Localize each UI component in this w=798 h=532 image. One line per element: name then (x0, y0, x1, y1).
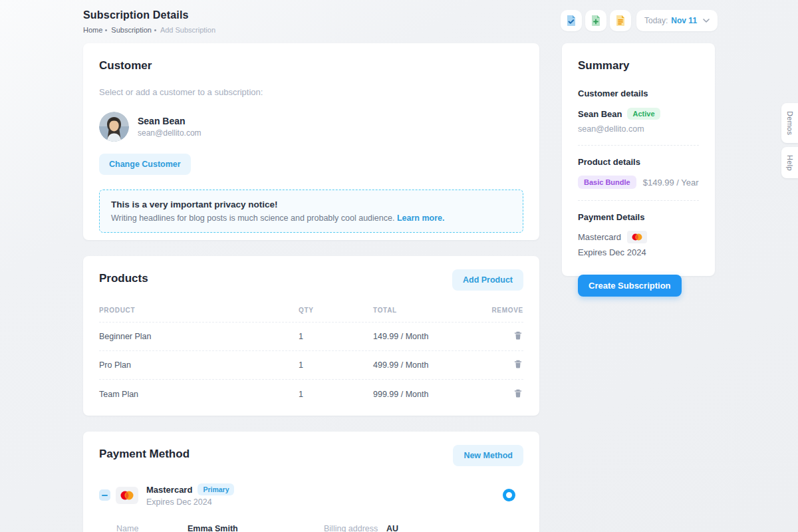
summary-payment-section: Payment Details Mastercard Expires Dec 2… (578, 212, 699, 257)
product-name: Team Plan (99, 390, 299, 399)
file-check-button[interactable] (561, 10, 582, 31)
products-table-header: PRODUCT QTY TOTAL REMOVE (99, 307, 523, 323)
breadcrumb-dot (154, 29, 156, 31)
detail-label: Billing address (324, 524, 386, 532)
summary-payment-brand: Mastercard (578, 232, 621, 242)
breadcrumb-dot (105, 29, 107, 31)
remove-product-button[interactable] (513, 388, 523, 401)
collapse-method-button[interactable] (99, 489, 110, 501)
file-lines-button[interactable] (610, 10, 631, 31)
breadcrumb-current: Add Subscription (160, 26, 215, 34)
create-subscription-button[interactable]: Create Subscription (578, 275, 682, 297)
header-actions: Today: Nov 11 (561, 10, 718, 31)
payment-method-row: Mastercard Primary Expires Dec 2024 (99, 483, 523, 507)
trash-icon (514, 389, 522, 398)
trash-icon (514, 360, 522, 368)
payment-expires: Expires Dec 2024 (146, 497, 234, 507)
mastercard-logo-icon (627, 231, 647, 243)
customer-identity: Sean Bean sean@dellito.com (138, 116, 201, 138)
detail-label: Name (116, 524, 188, 532)
payment-method-card: Payment Method New Method Mastercard Pri… (83, 432, 539, 532)
file-check-icon (566, 15, 577, 27)
file-plus-button[interactable] (585, 10, 606, 31)
payment-details-grid: Name Emma Smith Billing address AU Numbe… (99, 524, 523, 532)
summary-payment-expires: Expires Dec 2024 (578, 247, 699, 257)
col-product: PRODUCT (99, 307, 299, 314)
summary-card: Summary Customer details Sean Bean Activ… (562, 43, 715, 276)
date-selector[interactable]: Today: Nov 11 (636, 10, 718, 31)
product-qty: 1 (299, 360, 373, 370)
product-total: 499.99 / Month (373, 360, 483, 370)
bundle-badge: Basic Bundle (578, 176, 636, 189)
file-plus-icon (591, 15, 601, 27)
customer-card: Customer Select or add a customer to a s… (83, 43, 539, 240)
product-qty: 1 (299, 332, 373, 341)
products-card-head: Products Add Product (99, 272, 523, 291)
summary-customer-section: Customer details Sean Bean Active sean@d… (578, 88, 699, 134)
divider (578, 200, 699, 201)
table-row: Pro Plan 1 499.99 / Month (99, 351, 523, 380)
table-row: Beginner Plan 1 149.99 / Month (99, 323, 523, 351)
detail-value: Emma Smith (188, 524, 324, 532)
privacy-notice-text: Writing headlines for blog posts is much… (111, 213, 394, 223)
table-row: Team Plan 1 999.99 / Month (99, 380, 523, 408)
summary-customer-email: sean@dellito.com (578, 124, 699, 134)
product-total: 999.99 / Month (373, 390, 483, 399)
product-name: Beginner Plan (99, 332, 299, 341)
chevron-down-icon (703, 19, 710, 23)
payment-details-heading: Payment Details (578, 212, 699, 222)
remove-product-button[interactable] (513, 330, 523, 343)
summary-product-section: Product details Basic Bundle $149.99 / Y… (578, 157, 699, 189)
help-edge-tab[interactable]: Help (781, 147, 798, 178)
col-qty: QTY (299, 307, 373, 314)
demos-tab-label: Demos (786, 111, 794, 135)
payment-card-title: Payment Method (99, 448, 190, 461)
col-total: TOTAL (373, 307, 483, 314)
customer-card-subtitle: Select or add a customer to a subscripti… (99, 87, 523, 97)
today-value: Nov 11 (671, 16, 697, 25)
col-remove: REMOVE (483, 307, 523, 314)
demos-edge-tab[interactable]: Demos (781, 103, 798, 143)
summary-title: Summary (578, 59, 699, 72)
product-details-heading: Product details (578, 157, 699, 167)
page-header: Subscription Details Home Subscription A… (83, 9, 215, 34)
mastercard-logo-icon (116, 487, 138, 504)
products-card-title: Products (99, 272, 148, 285)
summary-product-price: $149.99 / Year (643, 178, 699, 188)
add-product-button[interactable]: Add Product (452, 269, 523, 291)
product-total: 149.99 / Month (373, 332, 483, 341)
breadcrumb-subscription[interactable]: Subscription (111, 26, 152, 34)
product-name: Pro Plan (99, 360, 299, 370)
customer-name: Sean Bean (138, 116, 201, 126)
privacy-notice-title: This is a very important privacy notice! (111, 200, 511, 209)
breadcrumb-home[interactable]: Home (83, 26, 102, 34)
subscription-page: Subscription Details Home Subscription A… (0, 0, 798, 532)
product-qty: 1 (299, 390, 373, 399)
divider (578, 145, 699, 146)
selected-customer: Sean Bean sean@dellito.com (99, 112, 523, 142)
active-status-badge: Active (627, 108, 660, 120)
trash-icon (514, 331, 522, 340)
primary-badge: Primary (198, 483, 234, 495)
summary-customer-name: Sean Bean (578, 109, 622, 119)
customer-email: sean@dellito.com (138, 128, 201, 138)
breadcrumb: Home Subscription Add Subscription (83, 26, 215, 34)
remove-product-button[interactable] (513, 358, 523, 372)
privacy-notice: This is a very important privacy notice!… (99, 190, 523, 233)
customer-avatar (99, 112, 129, 142)
products-card: Products Add Product PRODUCT QTY TOTAL R… (83, 256, 539, 416)
help-tab-label: Help (786, 155, 794, 171)
payment-method-radio[interactable] (503, 489, 515, 501)
file-lines-icon (615, 15, 626, 27)
products-table: PRODUCT QTY TOTAL REMOVE Beginner Plan 1… (99, 307, 523, 408)
change-customer-button[interactable]: Change Customer (99, 154, 191, 175)
privacy-notice-body: Writing headlines for blog posts is much… (111, 213, 511, 223)
customer-card-title: Customer (99, 59, 523, 72)
payment-brand: Mastercard (146, 485, 192, 495)
new-method-button[interactable]: New Method (453, 445, 523, 466)
payment-card-head: Payment Method New Method (99, 448, 523, 466)
page-title: Subscription Details (83, 9, 215, 21)
detail-value: AU (386, 524, 523, 532)
customer-details-heading: Customer details (578, 88, 699, 98)
learn-more-link[interactable]: Learn more. (397, 213, 445, 223)
